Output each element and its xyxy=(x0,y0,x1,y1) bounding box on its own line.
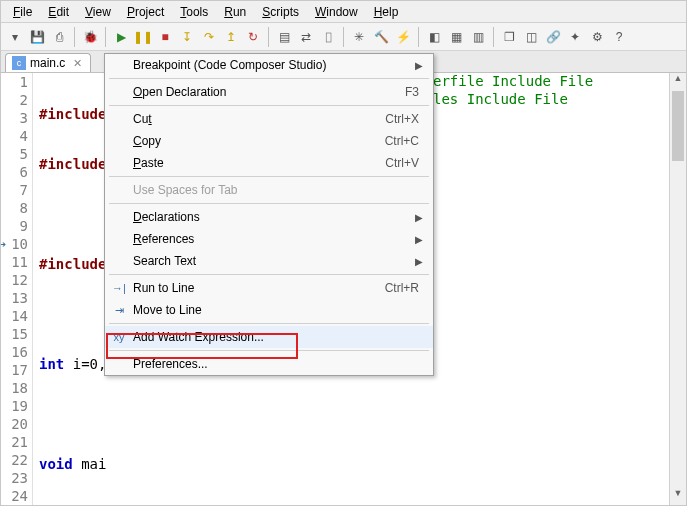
submenu-arrow-icon: ▶ xyxy=(415,256,423,267)
restart-icon[interactable]: ↻ xyxy=(243,27,263,47)
ctx-move-to-line[interactable]: ⇥Move to Line xyxy=(105,299,433,321)
watch-icon: xy xyxy=(111,329,127,345)
ctx-cut[interactable]: CutCtrl+X xyxy=(105,108,433,130)
code-text xyxy=(39,405,686,423)
comment-text: les Include File xyxy=(433,91,568,107)
graph-icon[interactable]: ◧ xyxy=(424,27,444,47)
tab-label: main.c xyxy=(30,56,65,70)
scroll-down-icon[interactable]: ▼ xyxy=(670,488,686,505)
help-icon[interactable]: ? xyxy=(609,27,629,47)
window-new-icon[interactable]: ❐ xyxy=(499,27,519,47)
build-icon[interactable]: 🔨 xyxy=(371,27,391,47)
register-icon[interactable]: ▥ xyxy=(468,27,488,47)
submenu-arrow-icon: ▶ xyxy=(415,234,423,245)
stepover-icon[interactable]: ↷ xyxy=(199,27,219,47)
memory-icon[interactable]: ▦ xyxy=(446,27,466,47)
save-icon[interactable]: 💾 xyxy=(27,27,47,47)
menu-tools[interactable]: Tools xyxy=(172,3,216,20)
tool-a-icon[interactable]: ✦ xyxy=(565,27,585,47)
line-gutter: 12345 6789 ➔10 1112131415 16171819 20 21… xyxy=(1,73,33,505)
pause-icon[interactable]: ❚❚ xyxy=(133,27,153,47)
saveall-icon[interactable]: ⎙ xyxy=(49,27,69,47)
newtarget-icon[interactable]: ✳ xyxy=(349,27,369,47)
flash-icon[interactable]: ⚡ xyxy=(393,27,413,47)
stop-icon[interactable]: ■ xyxy=(155,27,175,47)
menu-window[interactable]: Window xyxy=(307,3,366,20)
run-to-line-icon: →| xyxy=(111,280,127,296)
ctx-copy[interactable]: CopyCtrl+C xyxy=(105,130,433,152)
ctx-add-watch-expression[interactable]: xyAdd Watch Expression... xyxy=(105,326,433,348)
code-text: #include xyxy=(39,156,106,172)
toolbar: ▾ 💾 ⎙ 🐞 ▶ ❚❚ ■ ↧ ↷ ↥ ↻ ▤ ⇄ ⌷ ✳ 🔨 ⚡ ◧ ▦ ▥… xyxy=(1,23,686,51)
code-text: #include xyxy=(39,106,106,122)
new-icon[interactable]: ▾ xyxy=(5,27,25,47)
menu-project[interactable]: Project xyxy=(119,3,172,20)
ctx-references[interactable]: References▶ xyxy=(105,228,433,250)
stepout-icon[interactable]: ↥ xyxy=(221,27,241,47)
menu-help[interactable]: Help xyxy=(366,3,407,20)
ctx-run-to-line[interactable]: →|Run to LineCtrl+R xyxy=(105,277,433,299)
scrollbar-vertical[interactable]: ▲ ▼ xyxy=(669,73,686,505)
ctx-preferences[interactable]: Preferences... xyxy=(105,353,433,375)
tool-b-icon[interactable]: ⚙ xyxy=(587,27,607,47)
menu-run[interactable]: Run xyxy=(216,3,254,20)
connect-icon[interactable]: ⇄ xyxy=(296,27,316,47)
ctx-declarations[interactable]: Declarations▶ xyxy=(105,206,433,228)
window-reset-icon[interactable]: ◫ xyxy=(521,27,541,47)
chip-icon[interactable]: ▤ xyxy=(274,27,294,47)
resume-icon[interactable]: ▶ xyxy=(111,27,131,47)
breakpoint-arrow-icon: ➔ xyxy=(0,235,6,253)
tab-main-c[interactable]: c main.c ✕ xyxy=(5,53,91,72)
menubar: File Edit View Project Tools Run Scripts… xyxy=(1,1,686,23)
submenu-arrow-icon: ▶ xyxy=(415,60,423,71)
c-file-icon: c xyxy=(12,56,26,70)
ctx-search-text[interactable]: Search Text▶ xyxy=(105,250,433,272)
asm-icon[interactable]: ⌷ xyxy=(318,27,338,47)
debug-icon[interactable]: 🐞 xyxy=(80,27,100,47)
stepinto-icon[interactable]: ↧ xyxy=(177,27,197,47)
submenu-arrow-icon: ▶ xyxy=(415,212,423,223)
menu-view[interactable]: View xyxy=(77,3,119,20)
ctx-paste[interactable]: PasteCtrl+V xyxy=(105,152,433,174)
menu-scripts[interactable]: Scripts xyxy=(254,3,307,20)
menu-file[interactable]: File xyxy=(5,3,40,20)
move-to-line-icon: ⇥ xyxy=(111,302,127,318)
ctx-use-spaces: Use Spaces for Tab xyxy=(105,179,433,201)
code-text: #include xyxy=(39,256,106,272)
scroll-up-icon[interactable]: ▲ xyxy=(670,73,686,90)
ctx-breakpoint[interactable]: Breakpoint (Code Composer Studio)▶ xyxy=(105,54,433,76)
context-menu: Breakpoint (Code Composer Studio)▶ Open … xyxy=(104,53,434,376)
scroll-thumb[interactable] xyxy=(672,91,684,161)
comment-text: erfile Include File xyxy=(433,73,593,89)
menu-edit[interactable]: Edit xyxy=(40,3,77,20)
ctx-open-declaration[interactable]: Open DeclarationF3 xyxy=(105,81,433,103)
close-icon[interactable]: ✕ xyxy=(73,57,82,70)
link-icon[interactable]: 🔗 xyxy=(543,27,563,47)
